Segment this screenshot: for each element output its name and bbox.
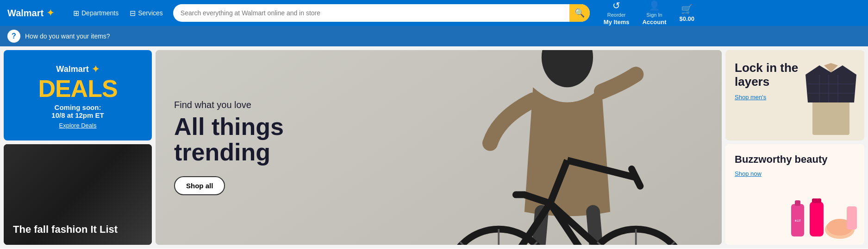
layers-card: Lock in the layers Shop men's: [725, 50, 864, 140]
services-icon: ⊟: [130, 9, 136, 18]
search-input[interactable]: [173, 9, 569, 17]
center-heading-line2: trending: [174, 139, 270, 166]
signin-button[interactable]: 👤 Sign In Account: [637, 0, 671, 28]
reorder-button[interactable]: ↺ Reorder My Items: [599, 0, 634, 28]
delivery-banner[interactable]: ? How do you want your items?: [0, 26, 868, 46]
beauty-products-svg: e.l.f: [787, 195, 861, 241]
account-icon: 👤: [649, 0, 660, 12]
header-right: ↺ Reorder My Items 👤 Sign In Account 🛒 $…: [599, 0, 699, 28]
services-label: Services: [138, 9, 163, 17]
delivery-icon: ?: [7, 30, 20, 43]
deals-coming-soon: Coming soon: 10/8 at 12pm ET: [51, 103, 104, 119]
services-button[interactable]: ⊟ Services: [125, 6, 168, 20]
deals-big-text: DEALS: [38, 77, 117, 101]
logo[interactable]: Walmart ✦: [7, 7, 63, 19]
layers-clothes-image: [798, 50, 864, 140]
departments-button[interactable]: ⊞ Departments: [69, 6, 123, 20]
svg-rect-14: [812, 98, 849, 135]
shop-now-link[interactable]: Shop now: [735, 170, 762, 177]
center-heading: All things trending: [174, 114, 703, 165]
deals-spark-icon: ✦: [92, 64, 100, 75]
center-heading-line1: All things: [174, 113, 284, 140]
right-column: Lock in the layers Shop men's: [725, 50, 864, 245]
beauty-card: Buzzworthy beauty Shop now e.l.f: [725, 144, 864, 245]
header: Walmart ✦ ⊞ Departments ⊟ Services 🔍 ↺ R…: [0, 0, 868, 26]
deals-date: 10/8 at 12pm ET: [51, 111, 104, 119]
fashion-heading: The fall fashion It List: [13, 223, 118, 236]
main-nav: ⊞ Departments ⊟ Services: [69, 6, 168, 20]
cart-icon: 🛒: [681, 3, 693, 15]
reorder-icon: ↺: [612, 0, 620, 12]
svg-rect-21: [795, 200, 800, 206]
beauty-heading: Buzzworthy beauty: [735, 153, 855, 166]
reorder-label-top: Reorder: [607, 12, 626, 18]
search-button[interactable]: 🔍: [569, 4, 590, 22]
deals-walmart-label: Walmart: [56, 64, 88, 74]
layers-heading: Lock in the layers: [735, 61, 801, 89]
explore-deals-link[interactable]: Explore Deals: [59, 122, 97, 129]
departments-label: Departments: [81, 9, 119, 17]
grid-icon: ⊞: [73, 9, 79, 18]
cart-amount: $0.00: [679, 15, 694, 23]
clothes-svg: [801, 56, 861, 135]
search-bar: 🔍: [173, 4, 590, 22]
logo-text: Walmart: [7, 8, 44, 19]
svg-rect-27: [847, 206, 857, 230]
left-column: Walmart ✦ DEALS Coming soon: 10/8 at 12p…: [4, 50, 152, 245]
spark-icon: ✦: [46, 7, 55, 19]
banner-text: How do you want your items?: [25, 32, 110, 40]
deals-card: Walmart ✦ DEALS Coming soon: 10/8 at 12p…: [4, 50, 152, 140]
beauty-products: e.l.f: [783, 191, 864, 245]
svg-rect-24: [812, 198, 821, 203]
shop-all-button[interactable]: Shop all: [174, 176, 225, 195]
signin-label-bottom: Account: [642, 19, 666, 26]
search-icon: 🔍: [575, 8, 585, 18]
center-hero: Find what you love All things trending S…: [156, 50, 722, 245]
svg-text:e.l.f: e.l.f: [795, 219, 801, 222]
deals-walmart-logo: Walmart ✦: [56, 64, 99, 75]
signin-label-top: Sign In: [646, 12, 662, 18]
center-find-text: Find what you love: [174, 100, 703, 110]
center-overlay: Find what you love All things trending S…: [156, 50, 722, 245]
fashion-card[interactable]: The fall fashion It List: [4, 144, 152, 245]
cart-button[interactable]: 🛒 $0.00: [674, 1, 699, 25]
svg-rect-23: [810, 202, 824, 236]
reorder-label-bottom: My Items: [604, 19, 630, 26]
main-content: Walmart ✦ DEALS Coming soon: 10/8 at 12p…: [0, 46, 868, 249]
